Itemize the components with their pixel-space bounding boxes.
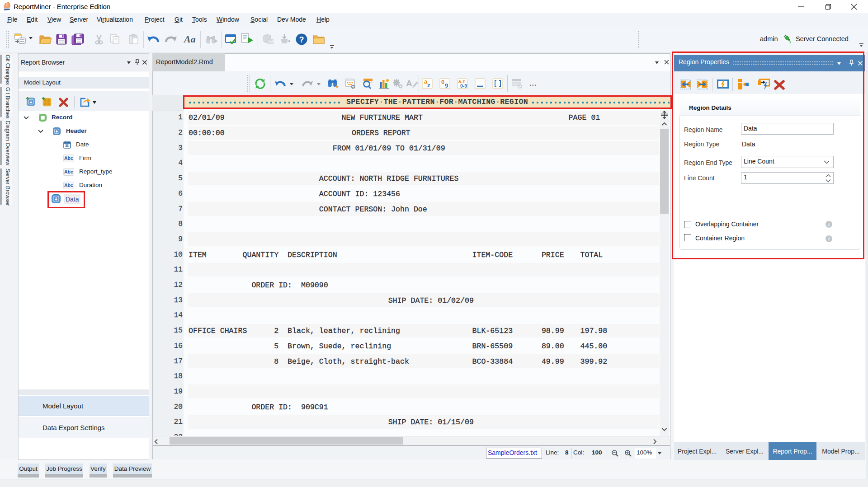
svg-text:?: ? <box>299 35 304 44</box>
svg-text:9: 9 <box>445 82 448 89</box>
svg-text:0: 0 <box>441 79 444 85</box>
svg-text:0-9: 0-9 <box>460 83 467 89</box>
svg-text:z: z <box>427 82 430 89</box>
